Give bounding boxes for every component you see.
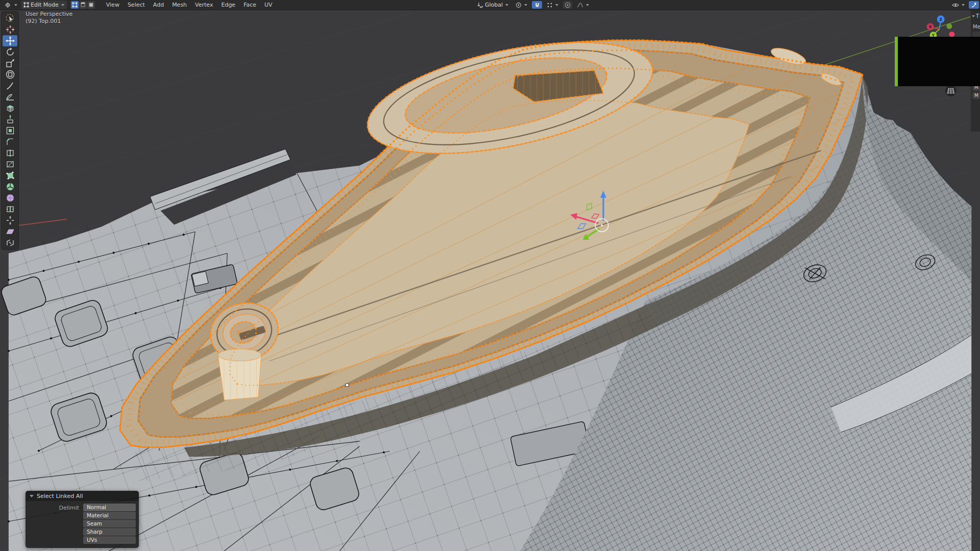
menu-mesh[interactable]: Mesh bbox=[168, 1, 191, 9]
proportional-editing-button[interactable] bbox=[563, 1, 572, 9]
menu-select[interactable]: Select bbox=[124, 1, 149, 9]
sidebar-button-fragment-2[interactable]: M bbox=[972, 92, 980, 99]
snap-target-dropdown[interactable] bbox=[544, 1, 561, 9]
tool-bevel[interactable] bbox=[3, 136, 17, 147]
menu-edge[interactable]: Edge bbox=[217, 1, 239, 9]
transform-orientation-dropdown[interactable]: Global bbox=[475, 1, 511, 9]
snap-magnet-icon bbox=[534, 2, 540, 8]
proportional-falloff-dropdown[interactable] bbox=[574, 1, 592, 9]
viewport-3d-scene[interactable]: Z X Y bbox=[0, 10, 980, 551]
tool-scale[interactable] bbox=[3, 58, 17, 69]
blender-window: Edit Mode bbox=[0, 0, 980, 551]
snap-toggle-button[interactable] bbox=[532, 1, 542, 9]
face-select-icon bbox=[88, 2, 94, 8]
delimit-option-uvs[interactable]: UVs bbox=[83, 536, 136, 544]
viewport-overlay-text: User Perspective (92) Top.001 bbox=[26, 11, 72, 25]
tool-shrink-fatten[interactable] bbox=[3, 215, 17, 226]
menu-add[interactable]: Add bbox=[149, 1, 168, 9]
redacted-overlay-block bbox=[898, 37, 980, 86]
editor-type-3d-viewport-icon bbox=[5, 2, 12, 8]
sidebar-median-fragment: Me bbox=[971, 24, 980, 30]
proportional-editing-icon bbox=[565, 2, 571, 8]
falloff-curve-icon bbox=[577, 2, 583, 8]
tool-cursor[interactable] bbox=[3, 24, 17, 35]
active-vertex[interactable] bbox=[346, 384, 349, 387]
nav-axis-x-label: X bbox=[929, 24, 932, 29]
operator-panel-header[interactable]: Select Linked All bbox=[26, 491, 139, 501]
menu-bar: View Select Add Mesh Vertex Edge Face UV bbox=[102, 1, 277, 9]
chevron-down-icon bbox=[14, 4, 17, 6]
delimit-option-seam[interactable]: Seam bbox=[83, 520, 136, 528]
editor-type-button[interactable] bbox=[2, 1, 20, 9]
tool-transform[interactable] bbox=[3, 69, 17, 80]
delimit-option-normal[interactable]: Normal bbox=[83, 504, 136, 511]
visibility-eye-icon bbox=[952, 2, 959, 8]
chevron-down-icon bbox=[962, 4, 965, 6]
mode-dropdown-label: Edit Mode bbox=[31, 2, 59, 8]
tool-extrude-region[interactable] bbox=[3, 114, 17, 125]
tool-smooth[interactable] bbox=[3, 192, 17, 204]
tool-shear[interactable] bbox=[3, 226, 17, 237]
menu-vertex[interactable]: Vertex bbox=[191, 1, 217, 9]
nav-axis-y-negative[interactable] bbox=[946, 23, 952, 29]
tool-rotate[interactable] bbox=[3, 46, 17, 58]
mesh-select-mode-group bbox=[71, 1, 95, 9]
perspective-toggle-button[interactable] bbox=[945, 85, 957, 96]
chevron-down-icon bbox=[524, 4, 527, 6]
tool-move[interactable] bbox=[3, 35, 17, 46]
orientation-icon bbox=[477, 2, 483, 8]
chevron-down-icon bbox=[505, 4, 508, 6]
nav-axis-z-label: Z bbox=[939, 17, 942, 22]
vertex-select-mode-button[interactable] bbox=[71, 1, 79, 9]
pivot-point-dropdown[interactable] bbox=[513, 1, 530, 9]
tool-loop-cut[interactable] bbox=[3, 147, 17, 159]
tool-annotate[interactable] bbox=[3, 80, 17, 91]
tool-edge-slide[interactable] bbox=[3, 204, 17, 215]
tool-poly-build[interactable] bbox=[3, 170, 17, 181]
chevron-down-icon bbox=[586, 4, 589, 6]
tool-add-cube[interactable] bbox=[3, 103, 17, 114]
collapse-triangle-icon bbox=[972, 15, 975, 17]
menu-view[interactable]: View bbox=[102, 1, 124, 9]
menu-uv[interactable]: UV bbox=[260, 1, 277, 9]
tool-spin[interactable] bbox=[3, 181, 17, 192]
face-select-mode-button[interactable] bbox=[87, 1, 95, 9]
operator-redo-panel: Select Linked All Delimit Normal Materia… bbox=[26, 491, 139, 548]
edge-select-mode-button[interactable] bbox=[79, 1, 87, 9]
deck-pedestal bbox=[218, 349, 261, 400]
redacted-overlay-green-bar bbox=[895, 37, 898, 86]
chevron-down-icon bbox=[61, 4, 64, 6]
snap-increment-icon bbox=[547, 2, 553, 8]
operator-panel-title: Select Linked All bbox=[37, 493, 83, 499]
tool-inset-faces[interactable] bbox=[3, 125, 17, 136]
sidebar-transform-header[interactable]: T bbox=[971, 10, 980, 19]
viewport-corner-toggle-button[interactable] bbox=[969, 1, 979, 9]
tool-shelf bbox=[1, 11, 19, 250]
edge-select-icon bbox=[80, 2, 86, 8]
sidebar-header-fragment: T bbox=[976, 13, 979, 19]
delimit-option-material[interactable]: Material bbox=[83, 512, 136, 519]
mode-dropdown[interactable]: Edit Mode bbox=[21, 1, 67, 9]
viewport-header: Edit Mode bbox=[0, 0, 980, 10]
delimit-options: Normal Material Seam Sharp UVs bbox=[83, 504, 136, 544]
view-name-text: User Perspective bbox=[26, 11, 72, 18]
menu-face[interactable]: Face bbox=[239, 1, 260, 9]
chevron-down-icon bbox=[555, 4, 558, 6]
tool-knife[interactable] bbox=[3, 159, 17, 170]
delimit-option-sharp[interactable]: Sharp bbox=[83, 528, 136, 536]
diagonal-arrow-icon bbox=[971, 2, 977, 8]
nav-axis-x-negative[interactable] bbox=[949, 32, 954, 37]
delimit-label: Delimit bbox=[26, 504, 83, 544]
collapse-triangle-icon bbox=[30, 495, 34, 497]
orientation-label: Global bbox=[485, 2, 503, 8]
tool-measure[interactable] bbox=[3, 91, 17, 103]
object-visibility-dropdown[interactable] bbox=[949, 1, 967, 9]
vertex-select-icon bbox=[72, 2, 78, 8]
active-object-text: (92) Top.001 bbox=[26, 18, 72, 25]
tool-rip-region[interactable] bbox=[3, 237, 17, 248]
tool-select-box[interactable] bbox=[3, 13, 17, 24]
edit-mode-icon bbox=[23, 2, 29, 8]
pivot-point-icon bbox=[516, 2, 522, 8]
